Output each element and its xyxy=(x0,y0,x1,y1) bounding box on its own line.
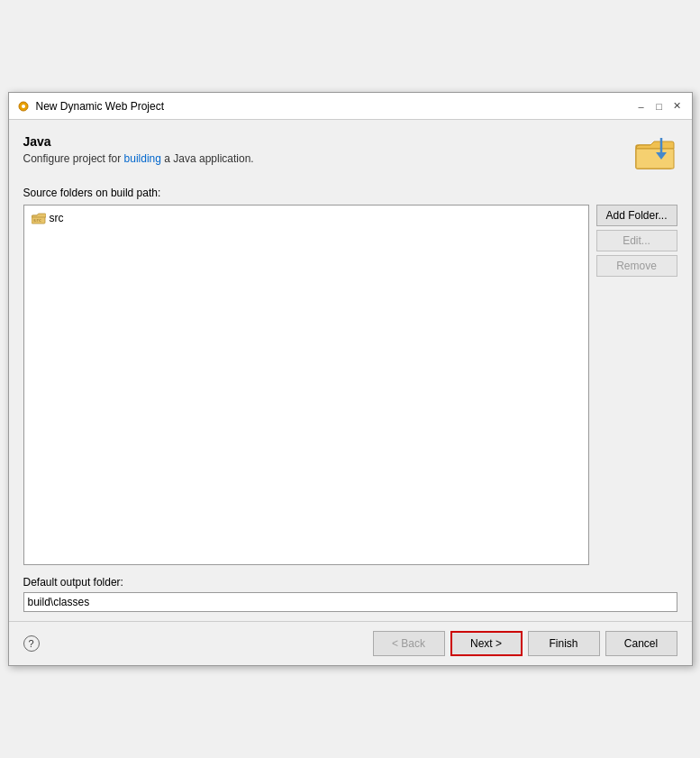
footer: ? < Back Next > Finish Cancel xyxy=(9,621,692,665)
output-folder-label: Default output folder: xyxy=(23,576,677,589)
section-header: Java Configure project for building a Ja… xyxy=(23,134,677,179)
source-list[interactable]: src src xyxy=(23,205,589,565)
help-button[interactable]: ? xyxy=(23,635,40,652)
svg-text:src: src xyxy=(33,217,41,223)
dialog-title: New Dynamic Web Project xyxy=(36,100,165,113)
folder-icon-area xyxy=(623,134,677,179)
desc-end: a Java application. xyxy=(161,152,254,165)
dialog-content: Java Configure project for building a Ja… xyxy=(9,120,692,621)
titlebar: New Dynamic Web Project – □ ✕ xyxy=(9,93,692,120)
java-folder-icon xyxy=(634,134,677,172)
edit-button[interactable]: Edit... xyxy=(596,230,677,251)
side-buttons: Add Folder... Edit... Remove xyxy=(596,205,677,565)
remove-button[interactable]: Remove xyxy=(596,255,677,277)
titlebar-controls: – □ ✕ xyxy=(634,99,685,114)
source-panel: src src Add Folder... Edit... Remove xyxy=(23,205,677,565)
output-section: Default output folder: xyxy=(23,576,677,612)
titlebar-left: New Dynamic Web Project xyxy=(16,99,165,114)
java-description: Configure project for building a Java ap… xyxy=(23,152,623,165)
dialog-icon xyxy=(16,99,31,114)
svg-rect-3 xyxy=(636,149,674,169)
add-folder-button[interactable]: Add Folder... xyxy=(596,205,677,226)
footer-buttons: < Back Next > Finish Cancel xyxy=(373,631,677,656)
list-item[interactable]: src src xyxy=(28,209,585,227)
src-folder-icon: src xyxy=(32,211,46,225)
finish-button[interactable]: Finish xyxy=(528,631,600,656)
src-folder-name: src xyxy=(50,212,64,224)
footer-left: ? xyxy=(23,635,40,652)
minimize-button[interactable]: – xyxy=(634,99,649,114)
header-text: Java Configure project for building a Ja… xyxy=(23,134,623,165)
next-button[interactable]: Next > xyxy=(450,631,523,656)
output-folder-input[interactable] xyxy=(23,592,677,612)
close-button[interactable]: ✕ xyxy=(670,99,685,114)
svg-point-1 xyxy=(22,105,25,108)
java-title: Java xyxy=(23,134,623,149)
maximize-button[interactable]: □ xyxy=(652,99,667,114)
cancel-button[interactable]: Cancel xyxy=(605,631,677,656)
back-button[interactable]: < Back xyxy=(373,631,445,656)
dialog-window: New Dynamic Web Project – □ ✕ Java Confi… xyxy=(8,92,693,666)
desc-plain: Configure project for xyxy=(23,152,124,165)
source-folders-label: Source folders on build path: xyxy=(23,187,677,199)
desc-link[interactable]: building xyxy=(124,152,161,165)
